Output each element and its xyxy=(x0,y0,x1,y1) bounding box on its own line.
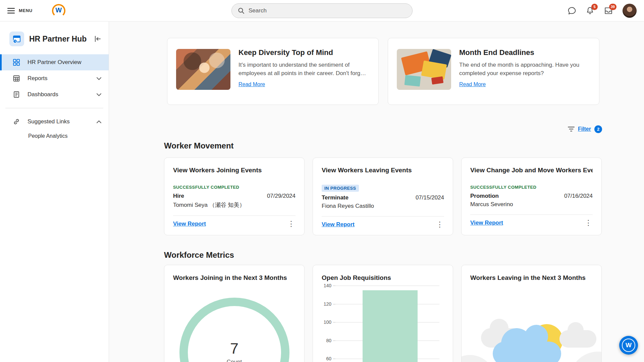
collapse-sidebar-button[interactable] xyxy=(94,35,101,43)
event-row: Hire 07/29/2024 xyxy=(173,193,296,199)
sidebar-item-label: HR Partner Overview xyxy=(28,59,82,66)
card-footer: View Report xyxy=(173,221,296,227)
sidebar: HR Partner Hub HR Partner Overview Repor… xyxy=(0,21,109,362)
menu-label: MENU xyxy=(19,8,33,13)
topbar-actions: 5 39 xyxy=(568,4,637,18)
card-workers-joining-events: View Workers Joining Events SUCCESSFULLY… xyxy=(164,158,305,235)
donut-value: 7 xyxy=(230,340,238,357)
card-workers-joining-next-3-months: Workers Joining in the Next 3 Months 7 C… xyxy=(164,265,305,362)
notifications-badge: 5 xyxy=(591,4,598,10)
sidebar-header: HR Partner Hub xyxy=(0,21,109,54)
status-badge: SUCCESSFULLY COMPLETED xyxy=(173,185,239,190)
workforce-metrics-heading: Workforce Metrics xyxy=(164,250,644,260)
donut-ring: 7 Count xyxy=(179,298,289,362)
card-divider xyxy=(322,216,444,217)
link-icon xyxy=(13,118,20,125)
event-type: Hire xyxy=(173,193,184,199)
card-title: Workers Joining in the Next 3 Months xyxy=(173,274,296,282)
worker-movement-heading: Worker Movement xyxy=(164,141,644,151)
event-date: 07/15/2024 xyxy=(416,194,444,201)
card-divider xyxy=(173,216,296,216)
y-axis-tick-label: 100 xyxy=(324,319,331,325)
search-icon xyxy=(238,7,245,14)
y-axis-tick-label: 80 xyxy=(326,338,331,343)
chat-button[interactable] xyxy=(568,6,576,15)
event-type: Promotion xyxy=(470,193,499,199)
card-open-job-requisitions: Open Job Requisitions 1401201008060 xyxy=(313,265,453,362)
bar xyxy=(363,290,418,362)
profile-avatar[interactable] xyxy=(623,4,637,18)
bar-chart-plot: 1401201008060 xyxy=(335,286,439,362)
announcement-card: Month End Deadlines The end of the month… xyxy=(388,38,599,105)
event-person: Marcus Severino xyxy=(470,201,593,208)
event-type: Terminate xyxy=(322,194,348,201)
main-content: Keep Diversity Top of Mind It's importan… xyxy=(109,21,644,362)
announcement-title: Keep Diversity Top of Mind xyxy=(238,48,370,57)
card-footer: View Report xyxy=(470,220,593,226)
read-more-link[interactable]: Read More xyxy=(238,81,265,87)
card-footer: View Report xyxy=(322,221,444,228)
announcement-body: It's important to understand the sentime… xyxy=(238,61,370,77)
event-person: Fiona Reyes Castillo xyxy=(322,203,444,209)
donut-value-label: Count xyxy=(227,359,242,362)
workday-logo[interactable]: W xyxy=(52,4,65,17)
card-title: View Change Job and Move Workers Events xyxy=(470,167,593,174)
event-date: 07/16/2024 xyxy=(564,193,593,199)
card-change-job-move-workers-events: View Change Job and Move Workers Events … xyxy=(461,158,602,235)
sidebar-item-people-analytics[interactable]: People Analytics xyxy=(0,130,109,142)
event-row: Promotion 07/16/2024 xyxy=(470,193,593,199)
sidebar-nav: HR Partner Overview Reports Dashboards S… xyxy=(0,54,109,142)
notifications-button[interactable]: 5 xyxy=(586,6,594,15)
sidebar-subitem-label: People Analytics xyxy=(28,133,67,139)
card-workers-leaving-events: View Workers Leaving Events IN PROGRESS … xyxy=(313,158,453,235)
grid-icon xyxy=(13,59,20,66)
workday-assistant-button[interactable]: W xyxy=(619,336,638,355)
workday-logo-letter: W xyxy=(55,6,62,14)
top-bar: MENU W 5 39 xyxy=(0,0,644,21)
card-title: View Workers Leaving Events xyxy=(322,167,444,174)
search-input[interactable] xyxy=(249,7,406,14)
event-date: 07/29/2024 xyxy=(267,193,296,199)
kebab-menu-icon[interactable] xyxy=(287,221,296,227)
announcements: Keep Diversity Top of Mind It's importan… xyxy=(164,38,644,105)
sidebar-item-dashboards[interactable]: Dashboards xyxy=(0,86,109,103)
kebab-menu-icon[interactable] xyxy=(584,220,593,226)
status-badge: SUCCESSFULLY COMPLETED xyxy=(470,185,536,190)
y-axis-tick-label: 120 xyxy=(324,301,331,307)
sidebar-item-label: Dashboards xyxy=(28,91,58,98)
view-report-link[interactable]: View Report xyxy=(470,220,503,226)
event-row: Terminate 07/15/2024 xyxy=(322,194,444,201)
sidebar-item-suggested-links[interactable]: Suggested Links xyxy=(0,114,109,130)
clouds-and-sun-illustration xyxy=(462,265,601,362)
workday-assistant-logo: W xyxy=(622,339,635,352)
global-menu-button[interactable]: MENU xyxy=(7,8,33,14)
kebab-menu-icon[interactable] xyxy=(435,221,444,228)
bar-chart-gridline: 140 xyxy=(335,286,439,286)
announcement-image-diversity xyxy=(176,49,230,90)
chat-icon xyxy=(568,6,576,15)
y-axis-tick-label: 60 xyxy=(326,356,331,361)
filter-count-badge: 2 xyxy=(594,125,602,133)
announcement-card: Keep Diversity Top of Mind It's importan… xyxy=(167,38,379,105)
filter-link[interactable]: Filter xyxy=(578,126,591,132)
announcement-body: The end of the month is approaching. Hav… xyxy=(459,61,590,77)
inbox-badge: 39 xyxy=(609,4,616,10)
card-title: Open Job Requisitions xyxy=(322,274,444,282)
sidebar-item-label: Reports xyxy=(28,75,48,82)
read-more-link[interactable]: Read More xyxy=(459,81,486,87)
view-report-link[interactable]: View Report xyxy=(322,221,355,228)
hr-partner-hub-app-icon xyxy=(9,32,24,46)
inbox-button[interactable]: 39 xyxy=(604,6,613,15)
event-person: Tomomi Seya （瀬谷 知美） xyxy=(173,201,296,209)
sidebar-item-label: Suggested Links xyxy=(28,118,70,125)
sidebar-item-hr-partner-overview[interactable]: HR Partner Overview xyxy=(0,54,109,70)
chevron-down-icon xyxy=(97,93,101,96)
hamburger-icon xyxy=(7,8,15,14)
view-report-link[interactable]: View Report xyxy=(173,221,206,227)
sidebar-item-reports[interactable]: Reports xyxy=(0,70,109,86)
collapse-icon xyxy=(94,35,101,43)
card-workers-leaving-next-3-months: Workers Leaving in the Next 3 Months xyxy=(461,265,602,362)
card-title: View Workers Joining Events xyxy=(173,167,296,174)
global-search xyxy=(231,3,413,18)
workforce-metrics-cards: Workers Joining in the Next 3 Months 7 C… xyxy=(164,265,644,362)
